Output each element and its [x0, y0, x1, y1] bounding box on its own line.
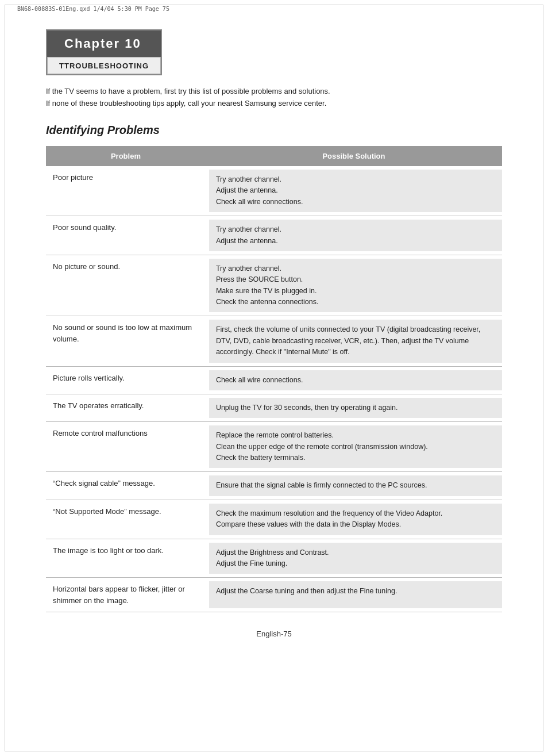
- solution-cell: Adjust the Coarse tuning and then adjust…: [206, 578, 502, 612]
- page-content: Chapter 10 TTROUBLESHOOTING If the TV se…: [0, 12, 548, 673]
- solution-box: Ensure that the signal cable is firmly c…: [209, 475, 502, 496]
- solution-cell: Replace the remote control batteries.Cle…: [206, 422, 502, 471]
- solution-cell: Adjust the Brightness and Contrast.Adjus…: [206, 539, 502, 578]
- problem-cell: Horizontal bars appear to flicker, jitte…: [46, 578, 206, 612]
- problem-cell: “Check signal cable” message.: [46, 472, 206, 499]
- solution-box: First, check the volume of units connect…: [209, 320, 502, 362]
- solution-box: Adjust the Brightness and Contrast.Adjus…: [209, 543, 502, 574]
- solution-box: Check the maximum resolution and the fre…: [209, 504, 502, 535]
- chapter-header: Chapter 10 TTROUBLESHOOTING: [46, 29, 162, 75]
- table-row: “Not Supported Mode” message.Check the m…: [46, 500, 502, 539]
- solution-box: Try another channel.Press the SOURCE but…: [209, 259, 502, 313]
- intro-text: If the TV seems to have a problem, first…: [46, 86, 502, 110]
- problem-cell: Picture rolls vertically.: [46, 367, 206, 394]
- header-meta: BN68-00883S-01Eng.qxd 1/4/04 5:30 PM Pag…: [0, 0, 548, 12]
- solution-box: Check all wire connections.: [209, 370, 502, 390]
- chapter-title: Chapter 10: [47, 30, 161, 57]
- solution-cell: Unplug the TV for 30 seconds, then try o…: [206, 394, 502, 421]
- table-row: No sound or sound is too low at maximum …: [46, 316, 502, 366]
- table-header: Problem Possible Solution: [46, 146, 502, 167]
- chapter-subtitle: TTROUBLESHOOTING: [47, 57, 161, 74]
- solution-box: Adjust the Coarse tuning and then adjust…: [209, 581, 502, 608]
- solution-cell: Ensure that the signal cable is firmly c…: [206, 472, 502, 499]
- header-problem: Problem: [46, 146, 206, 167]
- problem-cell: No picture or sound.: [46, 255, 206, 316]
- intro-line2: If none of these troubleshooting tips ap…: [46, 98, 502, 110]
- table-row: Picture rolls vertically.Check all wire …: [46, 367, 502, 394]
- solution-cell: Try another channel.Adjust the antenna.C…: [206, 166, 502, 216]
- problem-cell: Remote control malfunctions: [46, 422, 206, 471]
- solution-box: Unplug the TV for 30 seconds, then try o…: [209, 398, 502, 418]
- solution-cell: Try another channel.Adjust the antenna.: [206, 216, 502, 255]
- solution-box: Try another channel.Adjust the antenna.C…: [209, 170, 502, 212]
- intro-line1: If the TV seems to have a problem, first…: [46, 86, 502, 98]
- problem-cell: No sound or sound is too low at maximum …: [46, 316, 206, 366]
- problem-cell: The image is too light or too dark.: [46, 539, 206, 578]
- problem-cell: Poor sound quality.: [46, 216, 206, 255]
- header-solution: Possible Solution: [206, 146, 502, 167]
- table-body: Poor pictureTry another channel.Adjust t…: [46, 166, 502, 612]
- table-row: Remote control malfunctionsReplace the r…: [46, 422, 502, 472]
- solution-box: Try another channel.Adjust the antenna.: [209, 220, 502, 251]
- table-row: The image is too light or too dark.Adjus…: [46, 539, 502, 578]
- solution-cell: First, check the volume of units connect…: [206, 316, 502, 366]
- problem-cell: Poor picture: [46, 166, 206, 216]
- table-row: Poor pictureTry another channel.Adjust t…: [46, 166, 502, 216]
- page-footer: English-75: [46, 630, 502, 638]
- solution-box: Replace the remote control batteries.Cle…: [209, 425, 502, 468]
- section-title: Identifying Problems: [46, 124, 502, 137]
- table-row: Horizontal bars appear to flicker, jitte…: [46, 578, 502, 612]
- table-row: Poor sound quality.Try another channel.A…: [46, 216, 502, 255]
- table-row: No picture or sound.Try another channel.…: [46, 255, 502, 317]
- solution-cell: Try another channel.Press the SOURCE but…: [206, 255, 502, 316]
- table-row: The TV operates erratically.Unplug the T…: [46, 394, 502, 422]
- problem-cell: The TV operates erratically.: [46, 394, 206, 421]
- solution-cell: Check all wire connections.: [206, 367, 502, 394]
- problems-table: Problem Possible Solution Poor pictureTr…: [46, 146, 502, 613]
- table-row: “Check signal cable” message.Ensure that…: [46, 472, 502, 500]
- problem-cell: “Not Supported Mode” message.: [46, 500, 206, 539]
- solution-cell: Check the maximum resolution and the fre…: [206, 500, 502, 539]
